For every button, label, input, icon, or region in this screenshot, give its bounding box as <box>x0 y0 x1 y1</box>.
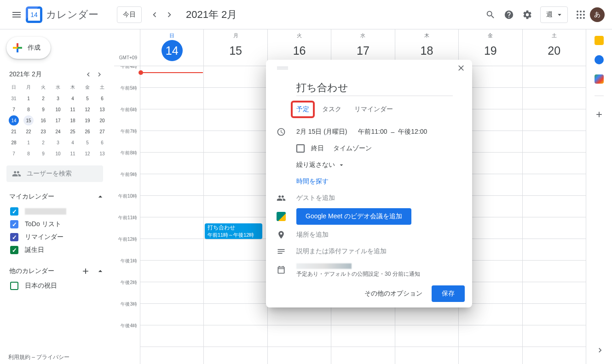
event-date[interactable]: 2月 15日 (月曜日) <box>296 128 347 136</box>
mini-day-cell[interactable]: 9 <box>36 104 51 115</box>
mini-day-cell[interactable]: 12 <box>80 148 95 159</box>
find-time-link[interactable]: 時間を探す <box>266 173 472 190</box>
time-slot[interactable] <box>523 153 586 174</box>
collapse-sidepanel-button[interactable] <box>595 346 605 357</box>
mini-day-cell[interactable]: 22 <box>21 126 36 137</box>
mini-day-cell[interactable]: 18 <box>65 115 80 126</box>
time-slot[interactable] <box>140 153 203 174</box>
time-slot[interactable] <box>140 88 203 109</box>
tab-task[interactable]: タスク <box>322 103 341 115</box>
mini-day-cell[interactable]: 8 <box>21 104 36 115</box>
time-slot[interactable] <box>459 325 522 347</box>
time-slot[interactable] <box>140 239 203 261</box>
time-slot[interactable] <box>140 174 203 196</box>
mini-day-cell[interactable]: 15 <box>21 115 36 126</box>
mini-day-cell[interactable]: 6 <box>95 137 110 148</box>
calendar-checkbox[interactable] <box>10 207 18 216</box>
support-button[interactable] <box>500 6 518 24</box>
grid-column[interactable] <box>522 66 586 364</box>
event-title-input[interactable] <box>296 80 453 96</box>
mini-day-cell[interactable]: 12 <box>80 104 95 115</box>
today-button[interactable]: 今日 <box>117 6 142 23</box>
mini-day-cell[interactable]: 5 <box>80 137 95 148</box>
mini-day-cell[interactable]: 24 <box>51 126 65 137</box>
app-logo[interactable]: 14 カレンダー <box>26 6 98 23</box>
calendar-row[interactable]: 誕生日 <box>9 244 105 256</box>
time-slot[interactable] <box>140 325 203 347</box>
mini-next-button[interactable] <box>94 69 105 80</box>
end-time[interactable]: 午後12:00 <box>398 128 427 136</box>
time-slot[interactable] <box>523 261 586 282</box>
guests-row[interactable]: ゲストを追加 <box>266 190 472 206</box>
time-slot[interactable] <box>204 131 267 153</box>
time-slot[interactable] <box>523 196 586 217</box>
repeat-row[interactable]: 繰り返さない <box>266 157 472 173</box>
search-button[interactable] <box>481 6 500 24</box>
day-header[interactable]: 土20 <box>522 29 586 66</box>
time-slot[interactable] <box>204 282 267 304</box>
calendar-checkbox[interactable] <box>10 220 18 228</box>
day-header[interactable]: 月15 <box>203 29 267 66</box>
drag-handle-icon[interactable] <box>277 65 288 71</box>
time-slot[interactable] <box>204 239 267 261</box>
day-number[interactable]: 19 <box>480 40 501 61</box>
create-button[interactable]: 作成 <box>6 37 51 59</box>
mini-day-cell[interactable]: 27 <box>95 126 110 137</box>
time-slot[interactable] <box>140 131 203 153</box>
people-search[interactable]: ユーザーを検索 <box>6 165 103 182</box>
description-row[interactable]: 説明または添付ファイルを追加 <box>266 243 472 260</box>
keep-icon[interactable] <box>595 36 604 45</box>
calendar-row[interactable]: リマインダー <box>9 231 105 244</box>
add-icon[interactable] <box>81 267 90 276</box>
calendar-row[interactable]: ToDo リスト <box>9 218 105 231</box>
time-slot[interactable] <box>204 153 267 174</box>
event-chip[interactable]: 打ち合わせ 午前11時～午後12時 <box>205 223 262 239</box>
day-number[interactable]: 16 <box>289 40 310 61</box>
time-slot[interactable] <box>204 88 267 109</box>
get-addons-button[interactable]: + <box>596 108 602 121</box>
time-slot[interactable] <box>523 217 586 239</box>
time-slot[interactable] <box>523 282 586 304</box>
time-slot[interactable] <box>140 109 203 131</box>
main-menu-button[interactable] <box>7 6 26 24</box>
mini-day-cell[interactable]: 2 <box>36 137 51 148</box>
mini-day-cell[interactable]: 6 <box>95 93 110 104</box>
google-apps-button[interactable] <box>572 6 590 24</box>
location-row[interactable]: 場所を追加 <box>266 227 472 243</box>
allday-checkbox[interactable] <box>296 144 305 153</box>
day-number[interactable]: 17 <box>352 40 374 61</box>
mini-day-cell[interactable]: 2 <box>36 93 51 104</box>
mini-day-cell[interactable]: 11 <box>65 148 80 159</box>
day-number[interactable]: 15 <box>225 40 246 61</box>
time-slot[interactable] <box>268 325 331 347</box>
close-button[interactable] <box>454 61 468 75</box>
time-slot[interactable] <box>140 217 203 239</box>
calendar-row[interactable]: 日本の祝日 <box>9 279 105 292</box>
more-options-button[interactable]: その他のオプション <box>359 286 428 301</box>
time-slot[interactable] <box>140 261 203 282</box>
mini-day-cell[interactable]: 5 <box>80 93 95 104</box>
mini-day-cell[interactable]: 28 <box>6 137 21 148</box>
time-slot[interactable] <box>395 325 458 347</box>
mini-day-cell[interactable]: 10 <box>51 104 65 115</box>
mini-day-cell[interactable]: 4 <box>65 137 80 148</box>
time-slot[interactable] <box>204 66 267 88</box>
view-selector[interactable]: 週 <box>540 6 568 23</box>
mini-day-cell[interactable]: 11 <box>65 104 80 115</box>
mini-day-cell[interactable]: 9 <box>36 148 51 159</box>
mini-day-cell[interactable]: 25 <box>65 126 80 137</box>
mini-day-cell[interactable]: 1 <box>21 93 36 104</box>
calendar-visibility-row[interactable]: 予定あり・デフォルトの公開設定・30 分前に通知 <box>266 260 472 280</box>
tab-event[interactable]: 予定 <box>296 103 309 115</box>
mini-day-cell[interactable]: 3 <box>51 137 65 148</box>
day-number[interactable]: 20 <box>543 40 565 61</box>
mini-day-cell[interactable]: 4 <box>65 93 80 104</box>
grid-column[interactable] <box>140 66 203 364</box>
settings-button[interactable] <box>518 6 537 24</box>
mini-day-cell[interactable]: 7 <box>6 148 21 159</box>
time-slot[interactable] <box>523 239 586 261</box>
day-number[interactable]: 14 <box>162 40 183 61</box>
mini-day-cell[interactable]: 7 <box>6 104 21 115</box>
time-slot[interactable] <box>140 304 203 325</box>
account-avatar[interactable]: あ <box>590 7 605 22</box>
